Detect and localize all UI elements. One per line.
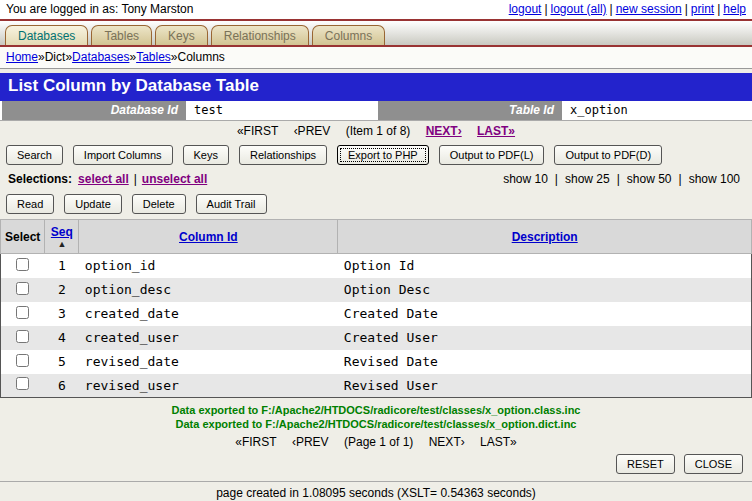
first-page-text: «FIRST	[235, 435, 276, 449]
show-50-link[interactable]: show 50	[627, 172, 672, 186]
tab-columns[interactable]: Columns	[312, 25, 385, 45]
export-to-php-button[interactable]: Export to PHP	[337, 145, 429, 165]
new-session-link[interactable]: new session	[616, 2, 682, 16]
next-page-text: NEXT›	[429, 435, 465, 449]
breadcrumb-separator: »	[38, 50, 45, 64]
selection-controls: Selections:select all|unselect all	[8, 172, 209, 186]
description-cell: Revised Date	[338, 350, 752, 374]
update-button[interactable]: Update	[64, 194, 121, 214]
import-columns-button[interactable]: Import Columns	[73, 145, 173, 165]
separator: |	[679, 172, 682, 186]
page-footer: page created in 1.08095 seconds (XSLT= 0…	[0, 481, 752, 501]
row-checkbox[interactable]	[16, 330, 29, 343]
relationships-button[interactable]: Relationships	[239, 145, 327, 165]
data-table: Select Seq ▲ Column Id Description 1 opt…	[0, 219, 752, 398]
row-checkbox[interactable]	[16, 258, 29, 271]
tab-databases[interactable]: Databases	[5, 25, 88, 45]
seq-cell: 4	[45, 326, 79, 350]
breadcrumb-databases[interactable]: Databases	[72, 50, 129, 64]
column-id-cell: created_date	[79, 302, 338, 326]
audit-trail-button[interactable]: Audit Trail	[196, 194, 267, 214]
pagination-top: «FIRST ‹PREV (Item 1 of 8) NEXT› LAST»	[0, 121, 752, 140]
toolbar-primary: Search Import Columns Keys Relationships…	[0, 140, 752, 170]
show-10-link[interactable]: show 10	[503, 172, 548, 186]
search-button[interactable]: Search	[6, 145, 63, 165]
row-checkbox[interactable]	[16, 306, 29, 319]
description-sort-link[interactable]: Description	[512, 230, 578, 244]
prev-page-text: ‹PREV	[292, 435, 329, 449]
row-checkbox[interactable]	[16, 282, 29, 295]
reset-button[interactable]: RESET	[616, 454, 675, 474]
breadcrumb-tables[interactable]: Tables	[136, 50, 171, 64]
separator: |	[717, 2, 720, 16]
description-cell: Created Date	[338, 302, 752, 326]
table-header-row: Select Seq ▲ Column Id Description	[1, 220, 752, 254]
column-id-cell: revised_date	[79, 350, 338, 374]
export-message: Data exported to F:/Apache2/HTDOCS/radic…	[0, 403, 752, 417]
logout-link[interactable]: logout	[509, 2, 542, 16]
column-id-cell: option_id	[79, 254, 338, 278]
keys-button[interactable]: Keys	[183, 145, 229, 165]
login-status: You are logged in as: Tony Marston	[6, 2, 193, 16]
database-id-label: Database Id	[0, 101, 188, 120]
table-row: 3 created_date Created Date	[1, 302, 752, 326]
show-100-link[interactable]: show 100	[689, 172, 740, 186]
table-id-label: Table Id	[376, 101, 564, 120]
separator: |	[610, 2, 613, 16]
pagination-bottom: «FIRST ‹PREV (Page 1 of 1) NEXT› LAST»	[0, 432, 752, 451]
select-column-header: Select	[1, 220, 45, 254]
close-button[interactable]: CLOSE	[684, 454, 743, 474]
column-id-cell: revised_user	[79, 374, 338, 398]
select-cell	[1, 254, 45, 278]
separator: |	[544, 2, 547, 16]
logged-in-label: You are logged in as:	[6, 2, 118, 16]
next-item-link[interactable]: NEXT›	[426, 124, 462, 138]
first-item-text: «FIRST	[237, 124, 278, 138]
unselect-all-link[interactable]: unselect all	[142, 172, 207, 186]
output-to-pdf-d-button[interactable]: Output to PDF(D)	[554, 145, 662, 165]
page-size-options: show 10|show 25|show 50|show 100	[499, 172, 744, 186]
description-cell: Created User	[338, 326, 752, 350]
row-checkbox[interactable]	[16, 377, 29, 390]
separator: |	[685, 2, 688, 16]
read-button[interactable]: Read	[6, 194, 54, 214]
row-checkbox[interactable]	[16, 354, 29, 367]
last-page-text: LAST»	[480, 435, 517, 449]
delete-button[interactable]: Delete	[132, 194, 186, 214]
select-all-link[interactable]: select all	[78, 172, 129, 186]
separator: |	[555, 172, 558, 186]
column-id-sort-link[interactable]: Column Id	[179, 230, 238, 244]
separator: |	[134, 172, 137, 186]
print-link[interactable]: print	[691, 2, 714, 16]
description-cell: Revised User	[338, 374, 752, 398]
sort-ascending-icon: ▲	[49, 240, 74, 248]
help-link[interactable]: help	[723, 2, 746, 16]
last-item-link[interactable]: LAST»	[477, 124, 515, 138]
seq-cell: 6	[45, 374, 79, 398]
breadcrumb-separator: »	[171, 50, 178, 64]
select-cell	[1, 326, 45, 350]
table-id-value: x_option	[564, 101, 752, 120]
tab-relationships[interactable]: Relationships	[211, 25, 309, 45]
seq-sort-link[interactable]: Seq	[51, 225, 73, 239]
show-25-link[interactable]: show 25	[565, 172, 610, 186]
logout-all-link[interactable]: logout (all)	[551, 2, 607, 16]
separator: |	[617, 172, 620, 186]
tab-tables[interactable]: Tables	[91, 25, 152, 45]
table-row: 4 created_user Created User	[1, 326, 752, 350]
user-name: Tony Marston	[121, 2, 193, 16]
export-message: Data exported to F:/Apache2/HTDOCS/radic…	[0, 417, 752, 431]
breadcrumb: Home»Dict»Databases»Tables»Columns	[0, 47, 752, 69]
seq-column-header: Seq ▲	[45, 220, 79, 254]
column-id-header: Column Id	[79, 220, 338, 254]
output-to-pdf-l-button[interactable]: Output to PDF(L)	[439, 145, 545, 165]
column-id-cell: created_user	[79, 326, 338, 350]
column-id-cell: option_desc	[79, 278, 338, 302]
description-cell: Option Id	[338, 254, 752, 278]
select-cell	[1, 302, 45, 326]
tab-bar: Databases Tables Keys Relationships Colu…	[0, 21, 752, 47]
breadcrumb-home[interactable]: Home	[6, 50, 38, 64]
seq-cell: 1	[45, 254, 79, 278]
prev-item-text: ‹PREV	[294, 124, 331, 138]
tab-keys[interactable]: Keys	[155, 25, 208, 45]
